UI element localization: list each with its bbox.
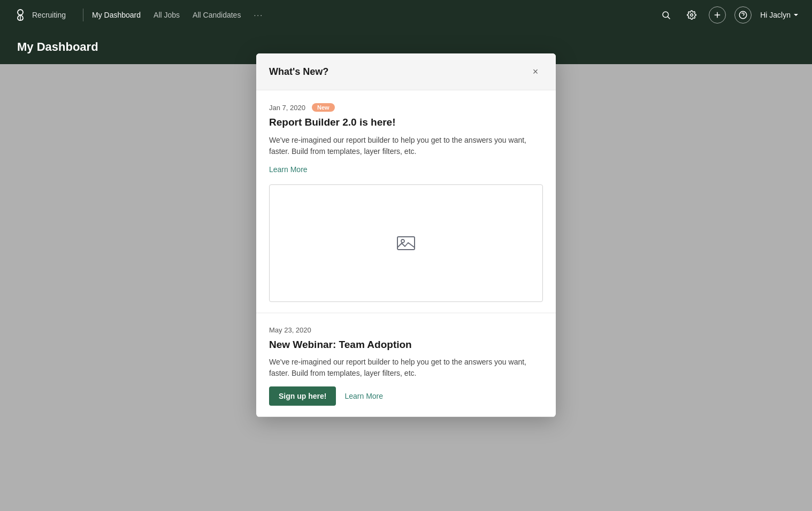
news-item-2: May 23, 2020 New Webinar: Team Adoption … (256, 313, 556, 417)
news-headline-1: Report Builder 2.0 is here! (269, 116, 543, 129)
modal-close-button[interactable]: × (528, 64, 543, 79)
learn-more-link-1[interactable]: Learn More (269, 165, 308, 174)
learn-more-link-2[interactable]: Learn More (344, 392, 383, 400)
news-meta-2: May 23, 2020 (269, 326, 543, 334)
modal-header: What's New? × (256, 53, 556, 90)
news-date-1: Jan 7, 2020 (269, 104, 305, 112)
news-image-placeholder-1 (269, 184, 543, 302)
svg-rect-9 (397, 237, 415, 250)
signup-button[interactable]: Sign up here! (269, 386, 336, 406)
news-description-2: We've re-imagined our report builder to … (269, 357, 543, 379)
news-headline-2: New Webinar: Team Adoption (269, 338, 543, 352)
modal-title: What's New? (269, 66, 328, 78)
modal-overlay: What's New? × Jan 7, 2020 New Report Bui… (0, 0, 812, 511)
news-date-2: May 23, 2020 (269, 326, 311, 334)
news-actions-2: Sign up here! Learn More (269, 386, 543, 406)
whats-new-modal: What's New? × Jan 7, 2020 New Report Bui… (256, 53, 556, 417)
news-badge-1: New (312, 103, 335, 112)
news-item-1: Jan 7, 2020 New Report Builder 2.0 is he… (256, 90, 556, 313)
news-description-1: We've re-imagined our report builder to … (269, 135, 543, 157)
news-meta-1: Jan 7, 2020 New (269, 103, 543, 112)
modal-body[interactable]: Jan 7, 2020 New Report Builder 2.0 is he… (256, 90, 556, 417)
svg-point-10 (401, 239, 404, 243)
